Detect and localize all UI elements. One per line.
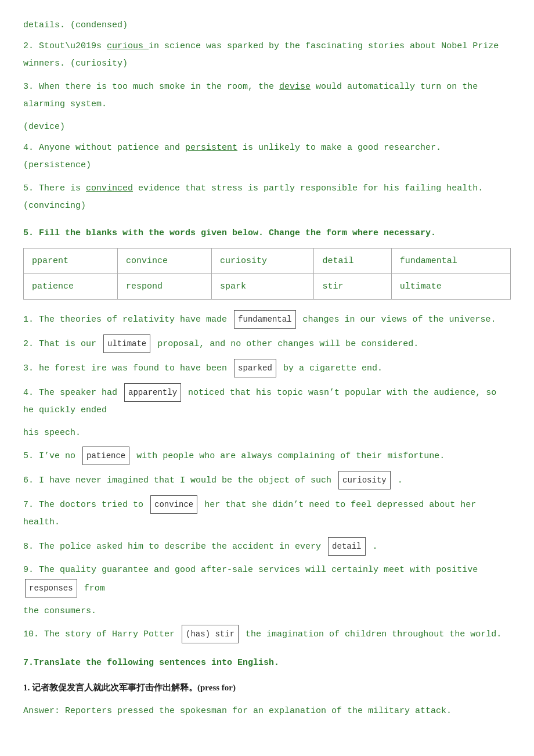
fill-sentence-9-cont: the consumers.	[23, 603, 511, 619]
fill-sentence-3: 3. he forest ire was found to have been …	[23, 359, 511, 377]
fill-sentence-10: 10. The story of Harry Potter (has) stir…	[23, 625, 511, 643]
s9-num: 9.	[23, 565, 39, 575]
line-curious: 2. Stout\u2019s curious in science was s…	[23, 38, 511, 73]
s6-num: 6.	[23, 476, 39, 485]
s10-box: (has) stir	[182, 625, 239, 643]
fill-sentence-7: 7. The doctors tried to convince her tha…	[23, 495, 511, 531]
s5-post: with people who are always complaining o…	[136, 451, 445, 461]
intro-lines: details. (condensed) 2. Stout\u2019s cur…	[23, 17, 511, 215]
s2-num: 2.	[23, 339, 39, 349]
s10-pre: The story of Harry Potter	[44, 629, 180, 639]
table-cell: respond	[118, 274, 212, 300]
table-row-2: patience respond spark stir ultimate	[24, 274, 511, 300]
line-devise: 3. When there is too much smoke in the r…	[23, 78, 511, 113]
s6-pre: I have never imagined that I would be th…	[39, 476, 337, 485]
s10-post: the imagination of children throughout t…	[246, 629, 501, 639]
s2-pre: That is our	[39, 339, 102, 349]
s7-pre: The doctors tried to	[39, 500, 149, 510]
word-table: pparent convince curiosity detail fundam…	[23, 248, 511, 300]
s3-num: 3.	[23, 363, 39, 373]
s9-pre: The quality guarantee and good after-sal…	[39, 565, 478, 575]
line4-prefix: 4. Anyone without patience and	[23, 143, 185, 153]
fill-sentence-9: 9. The quality guarantee and good after-…	[23, 561, 511, 597]
table-cell: fundamental	[391, 249, 510, 274]
table-cell: pparent	[24, 249, 118, 274]
s8-post: .	[373, 542, 378, 552]
s4-num: 4.	[23, 388, 39, 398]
section7-heading: 7.Translate the following sentences into…	[23, 655, 511, 671]
table-cell: curiosity	[212, 249, 314, 274]
s8-num: 8.	[23, 542, 39, 552]
table-cell: ultimate	[391, 274, 510, 300]
section5-heading: 5. Fill the blanks with the words given …	[23, 225, 511, 241]
s8-box: detail	[328, 537, 365, 556]
fill-sentence-4: 4. The speaker had apparently noticed th…	[23, 383, 511, 419]
fill-blank-section: 1. The theories of relativity have made …	[23, 310, 511, 643]
s6-post: .	[398, 476, 403, 485]
fill-sentence-6: 6. I have never imagined that I would be…	[23, 471, 511, 489]
table-cell: convince	[118, 249, 212, 274]
s1-pre: The theories of relativity have made	[39, 315, 232, 325]
s6-box: curiosity	[338, 471, 391, 489]
s9-post: from	[84, 584, 105, 593]
s7-num: 7.	[23, 500, 39, 510]
table-cell: patience	[24, 274, 118, 300]
s5-num: 5.	[23, 451, 39, 461]
s2-box: ultimate	[103, 334, 150, 353]
line-details: details. (condensed)	[23, 17, 511, 33]
line2-prefix: 2. Stout\u2019s	[23, 41, 107, 51]
translate-section: 1. 记者敦促发言人就此次军事打击作出解释。(press for) Answer…	[23, 679, 511, 719]
s3-post: by a cigarette end.	[283, 363, 383, 373]
line-device: (device)	[23, 119, 511, 135]
s7-box: convince	[150, 495, 197, 514]
s8-pre: The police asked him to describe the acc…	[39, 542, 326, 552]
fill-sentence-2: 2. That is our ultimate proposal, and no…	[23, 334, 511, 353]
translate-chinese: 1. 记者敦促发言人就此次军事打击作出解释。(press for)	[23, 683, 236, 692]
line5-prefix: 5. There is	[23, 183, 86, 193]
s5-pre: I’ve no	[39, 451, 81, 461]
line-persistent: 4. Anyone without patience and persisten…	[23, 139, 511, 174]
s10-num: 10.	[23, 629, 44, 639]
s3-pre: he forest ire was found to have been	[39, 363, 232, 373]
s3-box: sparked	[234, 359, 276, 377]
fill-sentence-5: 5. I’ve no patience with people who are …	[23, 447, 511, 465]
s2-post: proposal, and no other changes will be c…	[157, 339, 418, 349]
table-cell: spark	[212, 274, 314, 300]
line3-underline: devise	[279, 82, 311, 92]
s1-num: 1.	[23, 315, 39, 325]
s1-box: fundamental	[234, 310, 295, 329]
translate-answer-1: Answer: Reporters pressed the spokesman …	[23, 703, 511, 719]
table-cell: stir	[314, 274, 391, 300]
table-cell: detail	[314, 249, 391, 274]
line3-prefix: 3. When there is too much smoke in the r…	[23, 82, 279, 92]
table-row-1: pparent convince curiosity detail fundam…	[24, 249, 511, 274]
line2-underline: curious	[107, 41, 149, 51]
s1-post: changes in our views of the universe.	[303, 315, 496, 325]
fill-sentence-1: 1. The theories of relativity have made …	[23, 310, 511, 329]
fill-sentence-8: 8. The police asked him to describe the …	[23, 537, 511, 556]
fill-sentence-4-cont: his speech.	[23, 425, 511, 441]
line-convinced: 5. There is convinced evidence that stre…	[23, 180, 511, 215]
line5-underline: convinced	[86, 183, 133, 193]
s5-box: patience	[82, 447, 129, 465]
s4-pre: The speaker had	[39, 388, 122, 398]
s4-box: apparently	[124, 383, 181, 402]
line4-underline: persistent	[185, 143, 237, 153]
s9-box: responses	[25, 579, 77, 597]
translate-item-1-num: 1. 记者敦促发言人就此次军事打击作出解释。(press for)	[23, 679, 511, 697]
